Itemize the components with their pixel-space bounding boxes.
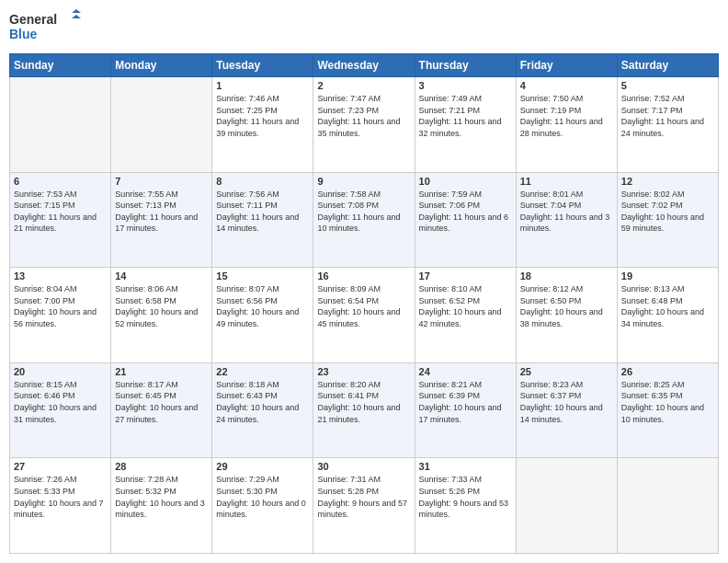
calendar: SundayMondayTuesdayWednesdayThursdayFrid… [9, 53, 719, 554]
sunrise-label: Sunrise: 7:55 AM [115, 190, 178, 199]
daylight-label: Daylight: 10 hours and 34 minutes. [621, 307, 704, 328]
sunrise-label: Sunrise: 7:50 AM [520, 94, 584, 103]
day-info: Sunrise: 7:53 AM Sunset: 7:15 PM Dayligh… [14, 189, 107, 235]
daylight-label: Daylight: 10 hours and 21 minutes. [317, 403, 400, 424]
day-number: 16 [317, 270, 410, 282]
day-number: 25 [520, 366, 613, 377]
sunset-label: Sunset: 6:37 PM [520, 391, 582, 400]
sunrise-label: Sunrise: 7:46 AM [216, 94, 279, 103]
daylight-label: Daylight: 11 hours and 35 minutes. [317, 117, 400, 138]
daylight-label: Daylight: 10 hours and 56 minutes. [14, 307, 97, 328]
day-number: 27 [14, 461, 107, 472]
sunrise-label: Sunrise: 8:12 AM [520, 284, 584, 293]
day-info: Sunrise: 7:29 AM Sunset: 5:30 PM Dayligh… [216, 474, 309, 520]
daylight-label: Daylight: 10 hours and 10 minutes. [621, 403, 704, 424]
daylight-label: Daylight: 9 hours and 53 minutes. [419, 499, 509, 520]
sunset-label: Sunset: 7:19 PM [520, 106, 582, 115]
day-number: 9 [317, 176, 410, 187]
calendar-cell: 31 Sunrise: 7:33 AM Sunset: 5:26 PM Dayl… [415, 458, 516, 554]
day-number: 18 [520, 270, 613, 282]
day-info: Sunrise: 7:28 AM Sunset: 5:32 PM Dayligh… [115, 474, 208, 520]
sunset-label: Sunset: 7:23 PM [317, 106, 379, 115]
day-number: 5 [621, 80, 714, 91]
sunset-label: Sunset: 6:43 PM [216, 391, 278, 400]
sunrise-label: Sunrise: 7:49 AM [419, 94, 483, 103]
daylight-label: Daylight: 11 hours and 3 minutes. [520, 213, 610, 234]
calendar-cell: 13 Sunrise: 8:04 AM Sunset: 7:00 PM Dayl… [10, 268, 111, 363]
sunrise-label: Sunrise: 8:13 AM [621, 284, 685, 293]
sunset-label: Sunset: 7:02 PM [621, 201, 683, 210]
calendar-cell: 23 Sunrise: 8:20 AM Sunset: 6:41 PM Dayl… [313, 362, 415, 458]
calendar-cell: 20 Sunrise: 8:15 AM Sunset: 6:46 PM Dayl… [10, 362, 111, 458]
page: General Blue SundayMondayTuesdayWednesda… [0, 0, 728, 563]
day-info: Sunrise: 7:47 AM Sunset: 7:23 PM Dayligh… [317, 93, 410, 139]
calendar-cell: 24 Sunrise: 8:21 AM Sunset: 6:39 PM Dayl… [415, 362, 516, 458]
daylight-label: Daylight: 10 hours and 7 minutes. [14, 499, 104, 520]
calendar-cell: 25 Sunrise: 8:23 AM Sunset: 6:37 PM Dayl… [516, 362, 617, 458]
sunrise-label: Sunrise: 8:04 AM [14, 284, 77, 293]
sunset-label: Sunset: 6:58 PM [115, 296, 176, 305]
daylight-label: Daylight: 11 hours and 39 minutes. [216, 117, 299, 138]
day-info: Sunrise: 8:10 AM Sunset: 6:52 PM Dayligh… [419, 283, 512, 329]
day-info: Sunrise: 7:49 AM Sunset: 7:21 PM Dayligh… [419, 93, 512, 139]
header: General Blue [9, 9, 719, 46]
day-info: Sunrise: 8:15 AM Sunset: 6:46 PM Dayligh… [14, 379, 107, 425]
sunrise-label: Sunrise: 8:25 AM [621, 380, 685, 389]
calendar-cell: 6 Sunrise: 7:53 AM Sunset: 7:15 PM Dayli… [10, 172, 111, 268]
sunset-label: Sunset: 6:54 PM [317, 296, 379, 305]
daylight-label: Daylight: 11 hours and 32 minutes. [419, 117, 502, 138]
daylight-label: Daylight: 9 hours and 57 minutes. [317, 499, 407, 520]
day-number: 26 [621, 366, 714, 377]
daylight-label: Daylight: 11 hours and 6 minutes. [419, 213, 509, 234]
sunset-label: Sunset: 7:11 PM [216, 201, 278, 210]
day-number: 19 [621, 270, 714, 282]
calendar-cell: 2 Sunrise: 7:47 AM Sunset: 7:23 PM Dayli… [313, 77, 415, 173]
svg-text:Blue: Blue [9, 27, 38, 41]
calendar-cell: 30 Sunrise: 7:31 AM Sunset: 5:28 PM Dayl… [313, 458, 415, 554]
calendar-cell: 18 Sunrise: 8:12 AM Sunset: 6:50 PM Dayl… [516, 268, 617, 363]
sunrise-label: Sunrise: 8:17 AM [115, 380, 178, 389]
sunrise-label: Sunrise: 7:59 AM [419, 190, 483, 199]
calendar-cell: 15 Sunrise: 8:07 AM Sunset: 6:56 PM Dayl… [212, 268, 313, 363]
calendar-cell [10, 77, 111, 173]
day-info: Sunrise: 8:04 AM Sunset: 7:00 PM Dayligh… [14, 283, 107, 329]
daylight-label: Daylight: 11 hours and 14 minutes. [216, 213, 299, 234]
sunrise-label: Sunrise: 8:21 AM [419, 380, 483, 389]
sunrise-label: Sunrise: 8:15 AM [14, 380, 77, 389]
day-number: 23 [317, 366, 410, 377]
svg-marker-3 [72, 15, 81, 18]
day-header-monday: Monday [111, 54, 212, 77]
daylight-label: Daylight: 10 hours and 49 minutes. [216, 307, 299, 328]
sunrise-label: Sunrise: 7:29 AM [216, 475, 279, 484]
daylight-label: Daylight: 11 hours and 21 minutes. [14, 213, 97, 234]
daylight-label: Daylight: 10 hours and 0 minutes. [216, 499, 306, 520]
calendar-cell: 8 Sunrise: 7:56 AM Sunset: 7:11 PM Dayli… [212, 172, 313, 268]
sunrise-label: Sunrise: 7:58 AM [317, 190, 381, 199]
sunrise-label: Sunrise: 7:47 AM [317, 94, 381, 103]
calendar-cell: 1 Sunrise: 7:46 AM Sunset: 7:25 PM Dayli… [212, 77, 313, 173]
sunset-label: Sunset: 6:50 PM [520, 296, 582, 305]
daylight-label: Daylight: 10 hours and 52 minutes. [115, 307, 198, 328]
calendar-cell: 9 Sunrise: 7:58 AM Sunset: 7:08 PM Dayli… [313, 172, 415, 268]
day-number: 29 [216, 461, 309, 472]
sunrise-label: Sunrise: 8:01 AM [520, 190, 584, 199]
daylight-label: Daylight: 10 hours and 42 minutes. [419, 307, 502, 328]
calendar-cell: 12 Sunrise: 8:02 AM Sunset: 7:02 PM Dayl… [617, 172, 718, 268]
day-number: 2 [317, 80, 410, 91]
logo-icon: General Blue [9, 9, 83, 46]
calendar-cell [516, 458, 617, 554]
day-header-sunday: Sunday [10, 54, 111, 77]
day-info: Sunrise: 7:33 AM Sunset: 5:26 PM Dayligh… [419, 474, 512, 520]
daylight-label: Daylight: 10 hours and 17 minutes. [419, 403, 502, 424]
sunrise-label: Sunrise: 7:31 AM [317, 475, 381, 484]
sunrise-label: Sunrise: 7:33 AM [419, 475, 483, 484]
daylight-label: Daylight: 10 hours and 38 minutes. [520, 307, 603, 328]
calendar-cell: 17 Sunrise: 8:10 AM Sunset: 6:52 PM Dayl… [415, 268, 516, 363]
sunrise-label: Sunrise: 8:10 AM [419, 284, 483, 293]
day-number: 17 [419, 270, 512, 282]
day-number: 22 [216, 366, 309, 377]
sunset-label: Sunset: 5:32 PM [115, 487, 176, 496]
day-info: Sunrise: 7:31 AM Sunset: 5:28 PM Dayligh… [317, 474, 410, 520]
sunset-label: Sunset: 6:41 PM [317, 391, 379, 400]
calendar-cell: 21 Sunrise: 8:17 AM Sunset: 6:45 PM Dayl… [111, 362, 212, 458]
